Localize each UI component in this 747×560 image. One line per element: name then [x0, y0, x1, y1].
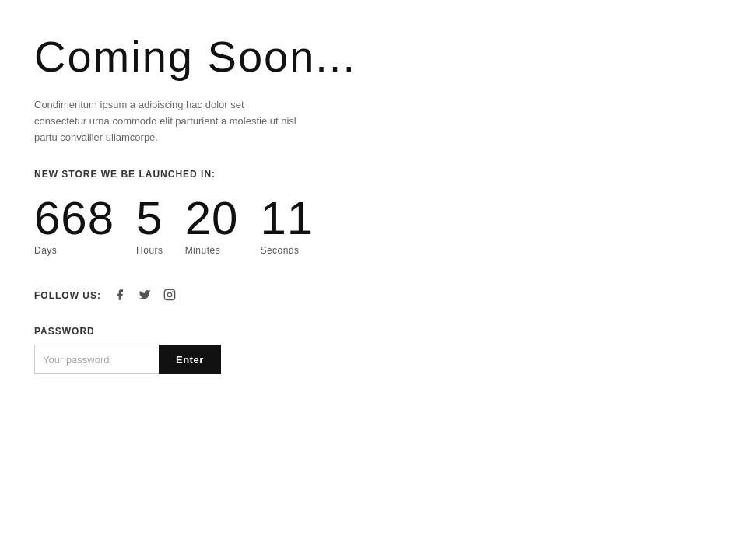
instagram-icon[interactable] [162, 287, 177, 303]
hours-value: 5 [136, 195, 163, 242]
hours-label: Hours [136, 245, 163, 256]
social-icons [112, 287, 177, 303]
countdown-container: 668 Days 5 Hours 20 Minutes 11 Seconds [34, 195, 713, 256]
facebook-icon[interactable] [112, 287, 128, 303]
days-label: Days [34, 245, 57, 256]
password-input[interactable] [34, 345, 159, 374]
seconds-label: Seconds [260, 245, 299, 256]
enter-button[interactable]: Enter [159, 345, 221, 374]
svg-point-1 [168, 293, 172, 297]
password-form: Enter [34, 345, 713, 374]
page-container: Coming Soon... Condimentum ipsum a adipi… [0, 0, 747, 405]
follow-label: FOLLOW US: [34, 290, 101, 301]
countdown-days: 668 Days [34, 195, 114, 256]
countdown-seconds: 11 Seconds [260, 195, 314, 256]
page-description: Condimentum ipsum a adipiscing hac dolor… [34, 97, 299, 145]
password-label: PASSWORD [34, 326, 713, 337]
follow-section: FOLLOW US: [34, 287, 713, 303]
countdown-hours: 5 Hours [136, 195, 163, 256]
countdown-minutes: 20 Minutes [185, 195, 239, 256]
minutes-value: 20 [185, 195, 239, 242]
svg-point-2 [172, 292, 174, 293]
password-section: PASSWORD Enter [34, 326, 713, 374]
page-title: Coming Soon... [34, 31, 713, 82]
seconds-value: 11 [260, 195, 314, 242]
days-value: 668 [34, 195, 114, 242]
minutes-label: Minutes [185, 245, 221, 256]
twitter-icon[interactable] [137, 287, 153, 303]
launch-label: NEW STORE WE BE LAUNCHED IN: [34, 169, 713, 180]
svg-rect-0 [165, 290, 175, 300]
